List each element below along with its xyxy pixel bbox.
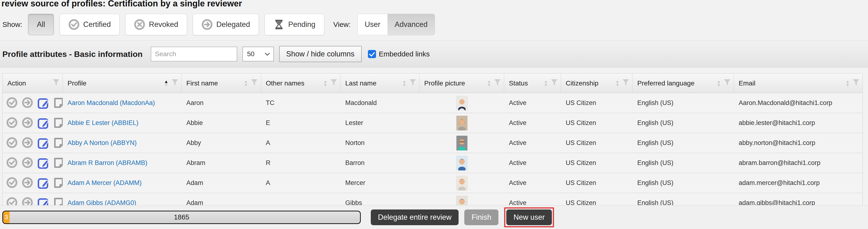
filter-row: Show: All Certified Revoked Delegated Pe… [2,13,435,35]
last-name-cell: Lester [340,119,420,127]
profiles-table: Action Profile ▲▼ First name ▲▼ Other na… [2,73,863,213]
page-title: review source of profiles: Certification… [1,0,242,8]
delegate-icon[interactable] [22,137,34,149]
column-header-last-name[interactable]: Last name ▲▼ [340,74,420,93]
certify-icon[interactable] [6,177,19,189]
column-header-first-name[interactable]: First name ▲▼ [182,74,261,93]
column-header-status[interactable]: Status ▲▼ [504,74,561,93]
sort-icon[interactable]: ▲▼ [615,80,619,87]
embedded-links-checkbox[interactable] [368,50,376,58]
filter-icon[interactable] [410,79,416,87]
column-header-profile-picture[interactable]: Profile picture ▲▼ [420,74,504,93]
other-names-cell: TC [261,99,340,107]
sort-icon[interactable]: ▲▼ [717,80,721,87]
email-cell: Aaron.Macdonald@hitachi1.corp [734,99,863,107]
profile-link[interactable]: Abram R Barron (ABRAMB) [67,159,148,166]
note-icon[interactable] [53,97,63,109]
filter-icon[interactable] [172,79,178,87]
sort-icon[interactable]: ▲▼ [244,80,248,87]
filter-button-revoked[interactable]: Revoked [125,14,187,35]
last-name-cell: Norton [340,139,420,147]
search-input[interactable] [151,47,237,62]
table-row: Aaron Macdonald (MacdonAa) Aaron TC Macd… [3,93,863,113]
show-hide-columns-button[interactable]: Show / hide columns [279,46,362,62]
certify-icon[interactable] [6,97,19,109]
first-name-cell: Abby [182,139,261,147]
avatar [457,136,467,150]
note-icon[interactable] [53,117,63,129]
filter-icon[interactable] [331,79,337,87]
filter-button-certified[interactable]: Certified [60,14,120,35]
filter-icon[interactable] [623,79,629,87]
profile-link[interactable]: Abbie E Lester (ABBIEL) [67,119,138,126]
delegate-entire-review-button[interactable]: Delegate entire review [371,209,459,225]
filter-button-revoked-label: Revoked [149,20,178,29]
delegate-icon[interactable] [22,97,34,109]
new-user-button[interactable]: New user [506,209,552,225]
filter-button-delegated[interactable]: Delegated [193,14,259,35]
note-icon[interactable] [53,137,63,149]
sort-icon[interactable]: ▲▼ [487,80,491,87]
view-option-user[interactable]: User [358,14,388,35]
column-header-other-names[interactable]: Other names ▲▼ [261,74,340,93]
profile-link[interactable]: Adam A Mercer (ADAMM) [67,179,142,186]
note-icon[interactable] [53,157,63,169]
column-header-action[interactable]: Action [3,74,63,93]
column-header-preferred-language[interactable]: Preferred language ▲▼ [632,74,734,93]
sort-icon[interactable]: ▲▼ [164,80,168,87]
sort-icon[interactable]: ▲▼ [845,80,849,87]
table-row: Abbie E Lester (ABBIEL) Abbie E Lester A… [3,113,863,133]
column-header-citizenship[interactable]: Citizenship ▲▼ [561,74,632,93]
filter-icon[interactable] [853,79,859,87]
citizenship-cell: US Citizen [561,159,632,167]
delegate-icon[interactable] [22,157,34,169]
delegate-icon[interactable] [22,177,34,189]
filter-icon[interactable] [53,79,59,87]
filter-icon[interactable] [551,79,557,87]
edit-icon[interactable] [37,97,50,109]
action-cell [3,157,63,169]
edit-icon[interactable] [37,177,50,189]
profile-link[interactable]: Aaron Macdonald (MacdonAa) [67,99,155,106]
certify-icon[interactable] [6,157,19,169]
action-cell [3,117,63,129]
avatar [457,156,467,170]
preferred-language-cell: English (US) [632,119,734,127]
preferred-language-cell: English (US) [632,139,734,147]
first-name-cell: Aaron [182,99,261,107]
profile-link[interactable]: Abby A Norton (ABBYN) [67,139,137,146]
citizenship-cell: US Citizen [561,99,632,107]
note-icon[interactable] [53,177,63,189]
finish-button[interactable]: Finish [464,209,498,225]
edit-icon[interactable] [37,137,50,149]
view-option-advanced[interactable]: Advanced [388,14,435,35]
filter-icon[interactable] [251,79,257,87]
certify-icon[interactable] [6,137,19,149]
column-header-email[interactable]: Email ▲▼ [734,74,863,93]
delegate-icon[interactable] [22,117,34,129]
embedded-links-label: Embedded links [379,50,430,58]
page-size-value: 50 [247,50,255,58]
avatar [457,96,467,110]
x-circle-icon [134,19,145,30]
filter-icon[interactable] [724,79,730,87]
column-header-profile[interactable]: Profile ▲▼ [63,74,182,93]
page-size-select[interactable]: 50 [242,47,274,62]
profile-picture-cell [420,96,504,110]
status-cell: Active [504,119,561,127]
last-name-cell: Barron [340,159,420,167]
table-row: Abby A Norton (ABBYN) Abby A Norton Acti… [3,133,863,153]
profile-picture-cell [420,156,504,170]
sort-icon[interactable]: ▲▼ [544,80,548,87]
filter-button-all[interactable]: All [28,14,54,35]
filter-icon[interactable] [494,79,501,87]
email-cell: abram.barron@hitachi1.corp [734,159,863,167]
filter-button-pending[interactable]: Pending [265,14,324,35]
sort-icon[interactable]: ▲▼ [323,80,327,87]
edit-icon[interactable] [37,117,50,129]
view-label: View: [333,21,351,29]
edit-icon[interactable] [37,157,50,169]
sort-icon[interactable]: ▲▼ [402,80,406,87]
certify-icon[interactable] [6,117,19,129]
last-name-cell: Mercer [340,179,420,187]
